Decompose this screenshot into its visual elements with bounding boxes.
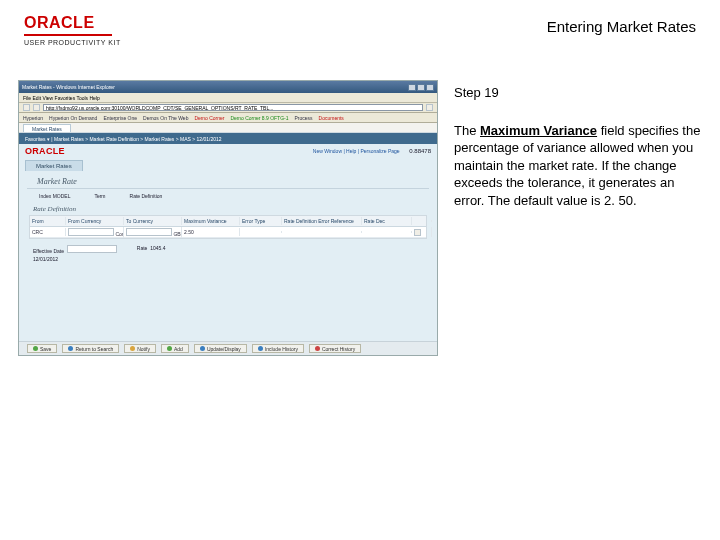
panel-title: Market Rate (37, 177, 437, 186)
fav-link[interactable]: Hyperion (23, 115, 43, 121)
eff-date-value: 12/01/2012 (33, 256, 423, 262)
return-button[interactable]: Return to Search (62, 344, 119, 353)
step-label: Step 19 (454, 84, 702, 102)
include-history-button[interactable]: Include History (252, 344, 304, 353)
col-to-currency: To Currency (124, 217, 182, 225)
header-links[interactable]: New Window | Help | Personalize Page (313, 148, 400, 154)
history-icon (258, 346, 263, 351)
col-from: From (30, 217, 66, 225)
cell-max-variance: 2.50 (182, 228, 240, 236)
fav-link[interactable]: Demos On The Web (143, 115, 188, 121)
section-title: Rate Definition (19, 201, 437, 213)
row-action-icon[interactable] (414, 229, 421, 236)
back-icon[interactable] (23, 104, 30, 111)
index-value: MODEL (53, 193, 71, 199)
window-controls (408, 84, 434, 91)
index-label: Index (39, 193, 51, 199)
rate-label: Rate (137, 245, 148, 251)
fav-link[interactable]: Documents (319, 115, 344, 121)
window-title-text: Market Rates - Windows Internet Explorer (22, 84, 115, 90)
add-icon (167, 346, 172, 351)
col-error-ref: Rate Definition Error Reference (282, 217, 362, 225)
cell-from-curr: Costa Ri (66, 227, 124, 238)
update-icon (200, 346, 205, 351)
app-header: ORACLE New Window | Help | Personalize P… (19, 144, 437, 158)
col-action (412, 220, 432, 222)
bold-term: Maximum Variance (480, 123, 597, 138)
correct-history-button[interactable]: Correct History (309, 344, 361, 353)
field-row: Index MODEL Term Rate Definition (19, 191, 437, 201)
footer-buttons: Save Return to Search Notify Add Update/… (19, 341, 437, 355)
save-button[interactable]: Save (27, 344, 57, 353)
rate-value: 1045.4 (150, 245, 165, 251)
fav-link[interactable]: Hyperion On Demand (49, 115, 97, 121)
from-currency-input[interactable] (68, 228, 114, 236)
url-field[interactable]: http://fsdmo92.us.oracle.com:30100/WORLD… (43, 104, 423, 111)
content-row: Market Rates - Windows Internet Explorer… (0, 52, 720, 356)
maximize-icon[interactable] (417, 84, 425, 91)
fav-link[interactable]: Enterprise One (103, 115, 137, 121)
address-bar: http://fsdmo92.us.oracle.com:30100/WORLD… (19, 103, 437, 113)
browser-menubar[interactable]: File Edit View Favorites Tools Help (19, 93, 437, 103)
col-from-currency: From Currency (66, 217, 124, 225)
fav-link[interactable]: Demo Corner 8.9 OFTG-1 (230, 115, 288, 121)
col-max-variance: Maximum Variance (182, 217, 240, 225)
oracle-logo-block: ORACLE USER PRODUCTIVITY KIT (24, 14, 121, 46)
tab-market-rates[interactable]: Market Rates (25, 160, 83, 171)
cell-to-curr: GBP (124, 227, 182, 238)
to-currency-input[interactable] (126, 228, 172, 236)
rate-table: From From Currency To Currency Maximum V… (29, 215, 427, 239)
window-titlebar: Market Rates - Windows Internet Explorer (19, 81, 437, 93)
table-header: From From Currency To Currency Maximum V… (30, 216, 426, 227)
header-right: New Window | Help | Personalize Page 0.8… (313, 148, 431, 154)
text-before: The (454, 123, 480, 138)
save-icon (33, 346, 38, 351)
cell-error-type (240, 231, 282, 233)
upk-subtext: USER PRODUCTIVITY KIT (24, 39, 121, 46)
cell-error-ref (282, 231, 362, 233)
col-error-type: Error Type (240, 217, 282, 225)
header-value: 0.88478 (409, 148, 431, 154)
rate-def-label: Rate Definition (130, 193, 163, 199)
browser-tabs: Market Rates (19, 123, 437, 133)
correct-icon (315, 346, 320, 351)
eff-date-input[interactable] (67, 245, 117, 253)
oracle-logo: ORACLE (24, 14, 112, 36)
notify-button[interactable]: Notify (124, 344, 156, 353)
app-screenshot: Market Rates - Windows Internet Explorer… (18, 80, 438, 356)
instruction-pane: Step 19 The Maximum Variance field speci… (454, 80, 702, 356)
app-logo: ORACLE (25, 146, 65, 156)
close-icon[interactable] (426, 84, 434, 91)
go-icon[interactable] (426, 104, 433, 111)
minimize-icon[interactable] (408, 84, 416, 91)
divider (27, 188, 429, 189)
term-label: Term (94, 193, 105, 199)
cell-rate-dec (362, 231, 412, 233)
doc-header: ORACLE USER PRODUCTIVITY KIT Entering Ma… (0, 0, 720, 52)
add-button[interactable]: Add (161, 344, 189, 353)
col-rate-dec: Rate Dec (362, 217, 412, 225)
forward-icon[interactable] (33, 104, 40, 111)
eff-date-label: Effective Date (33, 248, 64, 254)
breadcrumb: Favorites ▾ | Market Rates > Market Rate… (19, 133, 437, 144)
lower-fields: Effective Date Rate 1045.4 12/01/2012 (33, 245, 423, 262)
doc-title: Entering Market Rates (547, 18, 696, 35)
browser-tab[interactable]: Market Rates (23, 124, 71, 132)
update-button[interactable]: Update/Display (194, 344, 247, 353)
fav-link[interactable]: Process (295, 115, 313, 121)
notify-icon (130, 346, 135, 351)
cell-from: CRC (30, 228, 66, 236)
return-icon (68, 346, 73, 351)
instruction-text: The Maximum Variance field specifies the… (454, 122, 702, 210)
fav-link[interactable]: Demo Corner (194, 115, 224, 121)
table-row: CRC Costa Ri GBP 2.50 (30, 227, 426, 238)
app-body: Favorites ▾ | Market Rates > Market Rate… (19, 133, 437, 355)
favorites-toolbar: Hyperion Hyperion On Demand Enterprise O… (19, 113, 437, 123)
